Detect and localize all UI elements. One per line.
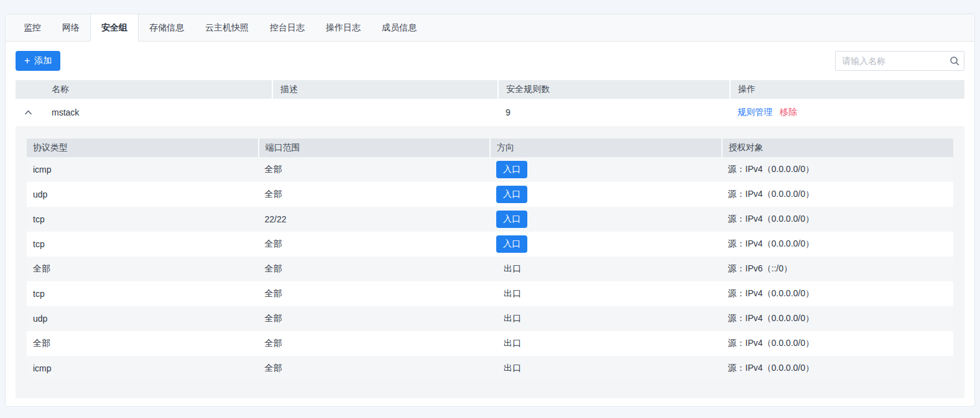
rule-row: 全部 全部 出口 源：IPv6（::/0） bbox=[27, 257, 953, 281]
direction-badge: 出口 bbox=[496, 263, 521, 275]
rule-count-column-header: 安全规则数 bbox=[498, 80, 730, 99]
tab-item[interactable]: 控台日志 bbox=[259, 14, 315, 41]
rule-port-range: 全部 bbox=[259, 281, 491, 306]
rule-protocol: icmp bbox=[27, 157, 259, 182]
tab-bar: 监控 网络 安全组 存储信息 云主机快照 控台日志 操作日志 成员信息 bbox=[6, 14, 974, 42]
direction-badge: 出口 bbox=[496, 363, 521, 374]
tab-item[interactable]: 存储信息 bbox=[139, 14, 195, 41]
remove-link[interactable]: 移除 bbox=[780, 107, 797, 117]
tab-item[interactable]: 操作日志 bbox=[315, 14, 371, 41]
add-button-label: 添加 bbox=[34, 55, 52, 66]
rule-protocol: 全部 bbox=[27, 257, 259, 281]
group-actions: 规则管理 移除 bbox=[730, 99, 964, 126]
rule-row: 全部 全部 出口 源：IPv4（0.0.0.0/0） bbox=[27, 331, 953, 356]
direction-badge: 出口 bbox=[496, 288, 521, 299]
rule-target: 源：IPv4（0.0.0.0/0） bbox=[722, 356, 954, 381]
rule-target: 源：IPv6（::/0） bbox=[722, 257, 954, 281]
rule-protocol: udp bbox=[27, 306, 259, 331]
rule-protocol: tcp bbox=[27, 232, 259, 257]
rule-target: 源：IPv4（0.0.0.0/0） bbox=[722, 331, 954, 356]
security-groups-table: 名称 描述 安全规则数 操作 mstack bbox=[16, 80, 964, 126]
direction-badge: 入口 bbox=[496, 186, 527, 203]
collapse-chevron-icon[interactable] bbox=[23, 108, 34, 117]
rule-row: icmp 全部 出口 源：IPv4（0.0.0.0/0） bbox=[27, 356, 953, 381]
rule-port-range: 全部 bbox=[259, 331, 491, 356]
target-column-header: 授权对象 bbox=[722, 139, 954, 157]
actions-column-header: 操作 bbox=[730, 80, 964, 99]
group-name: mstack bbox=[44, 99, 272, 126]
rule-port-range: 全部 bbox=[259, 232, 491, 257]
expand-column-header bbox=[16, 80, 44, 99]
name-column-header: 名称 bbox=[44, 80, 272, 99]
rules-table: 协议类型 端口范围 方向 授权对象 icmp 全部 入口 源：IPv4（0.0.… bbox=[27, 139, 953, 381]
rule-row: tcp 全部 入口 源：IPv4（0.0.0.0/0） bbox=[27, 232, 953, 257]
port-range-column-header: 端口范围 bbox=[259, 139, 491, 157]
group-description bbox=[272, 99, 498, 126]
rule-port-range: 22/22 bbox=[259, 207, 491, 232]
group-rule-count: 9 bbox=[498, 99, 730, 126]
rule-protocol: udp bbox=[27, 182, 259, 207]
rule-target: 源：IPv4（0.0.0.0/0） bbox=[722, 207, 954, 232]
rule-protocol: 全部 bbox=[27, 331, 259, 356]
direction-badge: 出口 bbox=[496, 338, 521, 349]
add-button[interactable]: + 添加 bbox=[16, 51, 60, 71]
direction-badge: 入口 bbox=[496, 211, 527, 228]
tab-item[interactable]: 监控 bbox=[13, 14, 52, 41]
direction-badge: 入口 bbox=[496, 235, 527, 253]
description-column-header: 描述 bbox=[272, 80, 498, 99]
rule-port-range: 全部 bbox=[259, 157, 491, 182]
search-icon[interactable] bbox=[950, 56, 959, 66]
tab-item[interactable]: 安全组 bbox=[90, 14, 139, 42]
rule-protocol: tcp bbox=[27, 281, 259, 306]
rule-target: 源：IPv4（0.0.0.0/0） bbox=[722, 232, 954, 257]
security-group-panel: 监控 网络 安全组 存储信息 云主机快照 控台日志 操作日志 成员信息 + 添加 bbox=[5, 14, 975, 407]
rule-row: icmp 全部 入口 源：IPv4（0.0.0.0/0） bbox=[27, 157, 953, 182]
rule-protocol: tcp bbox=[27, 207, 259, 232]
rule-port-range: 全部 bbox=[259, 306, 491, 331]
tab-item[interactable]: 成员信息 bbox=[371, 14, 427, 41]
rule-target: 源：IPv4（0.0.0.0/0） bbox=[722, 182, 954, 207]
rule-row: tcp 22/22 入口 源：IPv4（0.0.0.0/0） bbox=[27, 207, 953, 232]
rule-row: udp 全部 入口 源：IPv4（0.0.0.0/0） bbox=[27, 182, 953, 207]
group-header-row: 名称 描述 安全规则数 操作 bbox=[16, 80, 964, 99]
rules-header-row: 协议类型 端口范围 方向 授权对象 bbox=[27, 139, 953, 157]
rule-port-range: 全部 bbox=[259, 257, 491, 281]
search-input[interactable] bbox=[835, 51, 964, 71]
toolbar: + 添加 bbox=[6, 42, 974, 80]
protocol-column-header: 协议类型 bbox=[27, 139, 259, 157]
rule-target: 源：IPv4（0.0.0.0/0） bbox=[722, 157, 954, 182]
search-box bbox=[835, 51, 964, 71]
rule-port-range: 全部 bbox=[259, 356, 491, 381]
direction-column-header: 方向 bbox=[490, 139, 722, 157]
rule-row: tcp 全部 出口 源：IPv4（0.0.0.0/0） bbox=[27, 281, 953, 306]
rule-row: udp 全部 出口 源：IPv4（0.0.0.0/0） bbox=[27, 306, 953, 331]
tab-item[interactable]: 云主机快照 bbox=[195, 14, 259, 41]
rule-target: 源：IPv4（0.0.0.0/0） bbox=[722, 306, 954, 331]
rule-manage-link[interactable]: 规则管理 bbox=[737, 107, 772, 117]
plus-icon: + bbox=[24, 56, 30, 66]
rule-target: 源：IPv4（0.0.0.0/0） bbox=[722, 281, 954, 306]
expanded-rules-panel: 协议类型 端口范围 方向 授权对象 icmp 全部 入口 源：IPv4（0.0.… bbox=[16, 126, 964, 398]
rule-protocol: icmp bbox=[27, 356, 259, 381]
direction-badge: 入口 bbox=[496, 161, 527, 178]
direction-badge: 出口 bbox=[496, 313, 521, 324]
tab-item[interactable]: 网络 bbox=[52, 14, 90, 41]
rule-port-range: 全部 bbox=[259, 182, 491, 207]
group-row: mstack 9 规则管理 移除 bbox=[16, 99, 964, 126]
